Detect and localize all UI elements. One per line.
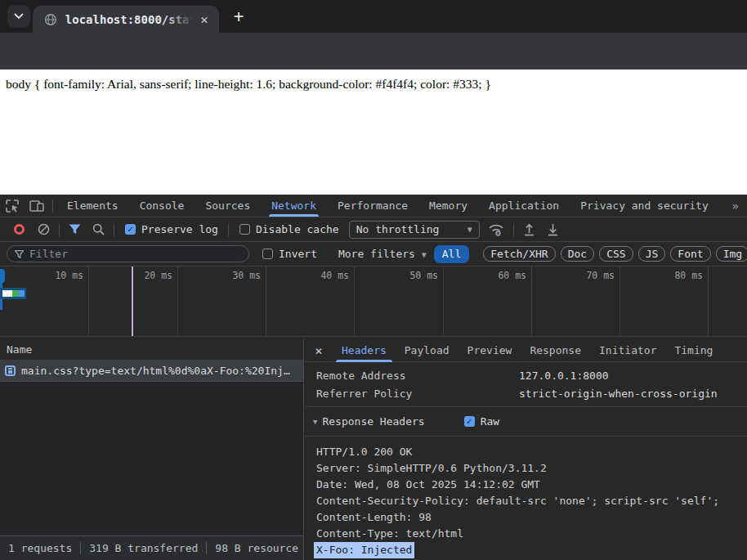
response-headers-title: Response Headers [322,415,424,428]
browser-tab[interactable]: localhost:8000/static ✕ [33,6,219,33]
throttling-value: No throttling [356,223,440,235]
filter-input[interactable] [29,248,226,260]
disable-cache-label: Disable cache [256,223,339,235]
new-tab-button[interactable]: + [227,5,250,28]
gridline [177,267,178,336]
import-har-button[interactable] [523,223,535,236]
export-har-button[interactable] [547,223,559,236]
tick-label: 80 ms [657,270,703,281]
filter-chip-all[interactable]: All [434,245,469,263]
tab-network[interactable]: Network [261,195,327,217]
request-detail-pane: ✕ Headers Payload Preview Response Initi… [305,339,747,560]
page-viewport: body { font-family: Arial, sans-serif; l… [0,69,747,195]
detail-tab-response[interactable]: Response [521,339,590,362]
raw-checkbox[interactable]: ✓ [464,416,475,427]
tick-label: 60 ms [481,270,526,281]
tab-search-button[interactable] [7,5,30,28]
gridline [443,267,444,336]
network-toolbar: ✓ Preserve log Disable cache No throttli… [0,217,747,242]
more-tabs-button[interactable]: » [724,199,747,213]
preserve-log-checkbox[interactable]: ✓ [125,224,136,235]
raw-header-line: Content-Security-Policy: default-src 'no… [316,493,747,509]
detail-tab-preview[interactable]: Preview [458,339,521,362]
column-header-name[interactable]: Name [0,339,303,361]
header-label: Referrer Policy [316,385,412,403]
network-conditions-button[interactable] [488,223,504,236]
inspect-cursor-icon [5,199,20,213]
tab-close-icon[interactable]: ✕ [196,11,212,28]
divider [513,223,514,236]
waterfall-segment-content [12,290,18,297]
network-filter-row: Invert More filters ▼ All Fetch/XHR Doc … [0,242,747,267]
tab-title: localhost:8000/static [65,13,193,26]
tab-performance[interactable]: Performance [327,195,418,217]
tab-privacy-security[interactable]: Privacy and security [570,195,719,217]
inspect-element-button[interactable] [0,195,25,217]
header-value: 127.0.0.1:8000 [519,367,609,385]
filter-chip-font[interactable]: Font [670,246,710,262]
raw-header-line: HTTP/1.0 200 OK [316,444,747,460]
filter-toggle-button[interactable] [69,224,81,235]
tab-sources[interactable]: Sources [195,195,261,217]
request-list-pane: Name main.css?type=text/html%0d%0aX-Foo:… [0,339,304,560]
header-value: strict-origin-when-cross-origin [519,385,718,403]
network-status-bar: 1 requests 319 B transferred 98 B resour… [0,535,303,560]
more-filters-button[interactable]: More filters ▼ [338,248,427,260]
tick-label: 70 ms [569,270,615,281]
gridline [708,267,709,336]
table-row[interactable]: main.css?type=text/html%0d%0aX-Foo:%20In… [0,361,303,382]
tab-console[interactable]: Console [129,195,195,217]
tab-strip: localhost:8000/static ✕ + [0,0,747,33]
chevron-down-icon [14,13,24,20]
gridline [620,267,620,336]
status-resource: 98 B resource [207,542,303,554]
request-name: main.css?type=text/html%0d%0aX-Foo:%20In… [21,365,290,377]
raw-header-line: Content-Length: 98 [316,509,747,526]
raw-response-headers: HTTP/1.0 200 OK Server: SimpleHTTP/0.6 P… [305,437,747,558]
raw-header-line: Content-Type: text/html [316,526,747,542]
raw-header-line: Server: SimpleHTTP/0.6 Python/3.11.2 [316,460,747,477]
divider [228,223,229,236]
filter-chip-js[interactable]: JS [638,246,666,262]
filter-chip-fetch-xhr[interactable]: Fetch/XHR [483,246,555,262]
tab-application[interactable]: Application [478,195,570,217]
filter-chip-img[interactable]: Img [716,246,747,262]
tab-memory[interactable]: Memory [418,195,478,217]
record-network-log-button[interactable] [14,224,25,235]
detail-tab-timing[interactable]: Timing [665,339,722,362]
status-transferred: 319 B transferred [81,542,206,554]
disable-cache-checkbox[interactable] [239,224,250,235]
divider [59,223,60,236]
gridline [531,267,532,336]
clear-icon [38,223,50,235]
clear-network-log-button[interactable] [38,223,50,235]
filter-chip-css[interactable]: CSS [599,246,633,262]
status-request-count: 1 requests [0,542,80,554]
tick-label: 40 ms [303,270,349,281]
close-icon[interactable]: ✕ [305,343,333,358]
waterfall-segment-selected [18,290,25,297]
search-icon [92,223,105,235]
detail-tab-payload[interactable]: Payload [396,339,458,362]
device-toolbar-button[interactable] [25,195,49,217]
search-button[interactable] [92,223,105,235]
overview-drag-handle[interactable] [0,269,5,283]
filter-chip-doc[interactable]: Doc [561,246,594,262]
detail-tab-initiator[interactable]: Initiator [590,339,665,362]
tab-elements[interactable]: Elements [56,195,129,217]
waterfall-segment-waiting [2,290,12,297]
tick-label: 30 ms [215,270,261,281]
request-list-empty-area [0,382,303,535]
triangle-expanded-icon: ▼ [313,418,317,426]
load-event-marker [132,267,133,336]
detail-tab-headers[interactable]: Headers [333,339,396,362]
browser-window: localhost:8000/static ✕ + ← → ⟳ localhos… [0,0,747,560]
raw-label: Raw [481,415,499,428]
header-row-referrer-policy: Referrer Policy strict-origin-when-cross… [305,385,747,403]
throttling-select[interactable]: No throttling ▼ [349,221,480,239]
invert-checkbox[interactable] [262,249,273,259]
network-overview-timeline[interactable]: 10 ms 20 ms 30 ms 40 ms 50 ms 60 ms 70 m… [0,267,747,337]
response-headers-section-header[interactable]: ▼ Response Headers ✓ Raw [305,407,747,437]
divider [114,223,114,236]
waterfall-bar[interactable] [0,288,26,299]
